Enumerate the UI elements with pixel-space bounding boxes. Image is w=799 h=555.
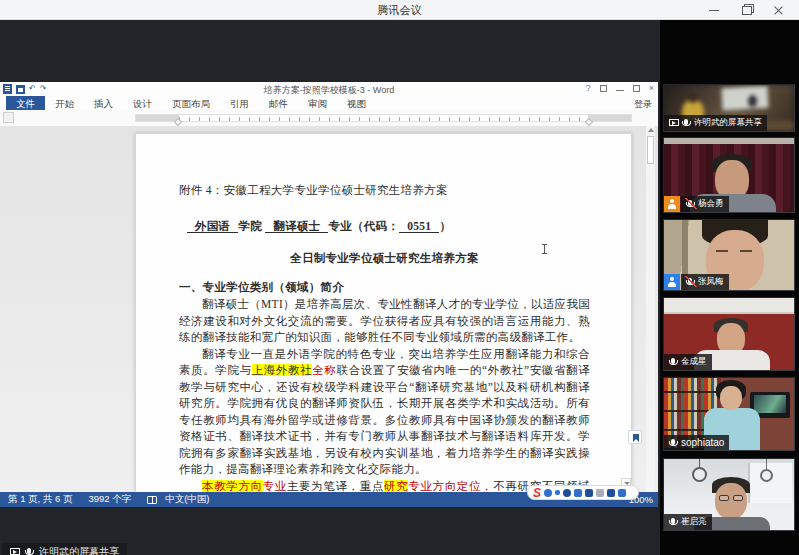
voice-input-icon[interactable] bbox=[574, 489, 582, 497]
participant-label: 许明武的屏幕共享 bbox=[664, 115, 767, 131]
tab-mailings[interactable]: 邮件 bbox=[259, 96, 298, 110]
proofing-icon[interactable] bbox=[147, 496, 157, 504]
word-minimize-icon[interactable] bbox=[616, 90, 624, 91]
video-tile-cui-qiliang[interactable]: 崔启亮 bbox=[663, 458, 795, 531]
red-comment-text: 全称 bbox=[312, 364, 336, 376]
video-tile-xu-mingwu[interactable]: 许明武的屏幕共享 bbox=[663, 84, 795, 132]
tab-references[interactable]: 引用 bbox=[220, 96, 259, 110]
chinese-english-toggle-icon[interactable] bbox=[544, 489, 552, 497]
person-icon bbox=[667, 277, 677, 287]
word-window: ↶ ↷ 培养方案-按照学校模板-3 - Word ? × 文件 开始 插入 设计… bbox=[0, 82, 658, 507]
college-major-line: 外国语学院 翻译硕士专业（代码：0551） bbox=[179, 218, 590, 235]
mic-icon bbox=[671, 518, 675, 524]
word-count[interactable]: 3992 个字 bbox=[80, 493, 139, 506]
tab-selector-icon[interactable] bbox=[3, 112, 14, 123]
mic-icon bbox=[671, 358, 675, 364]
sogou-logo-icon[interactable]: S bbox=[533, 487, 541, 499]
college-name: 外国语 bbox=[187, 220, 238, 233]
ruler-left-margin bbox=[136, 115, 179, 121]
section-heading: 一、专业学位类别（领域）简介 bbox=[179, 279, 590, 296]
language-indicator[interactable]: 中文(中国) bbox=[157, 493, 217, 506]
video-tile-jin-chengxing[interactable]: 金成星 bbox=[663, 297, 795, 371]
punctuation-icon[interactable] bbox=[555, 490, 560, 495]
tab-home[interactable]: 开始 bbox=[45, 96, 84, 110]
document-page[interactable]: 附件 4：安徽工程大学专业学位硕士研究生培养方案 外国语学院 翻译硕士专业（代码… bbox=[135, 133, 632, 492]
person-icon bbox=[667, 199, 677, 209]
paragraph-1: 翻译硕士（MTI）是培养高层次、专业性翻译人才的专业学位，以适应我国经济建设和对… bbox=[179, 296, 590, 346]
ruler[interactable] bbox=[0, 110, 658, 126]
scrollbar-thumb[interactable] bbox=[647, 136, 654, 164]
emoji-icon[interactable] bbox=[563, 489, 571, 497]
help-icon[interactable]: ? bbox=[586, 83, 591, 93]
meeting-titlebar: 腾讯会议 bbox=[0, 0, 799, 20]
meeting-title: 腾讯会议 bbox=[0, 3, 799, 18]
document-area: 附件 4：安徽工程大学专业学位硕士研究生培养方案 外国语学院 翻译硕士专业（代码… bbox=[0, 126, 658, 492]
ribbon-options-icon[interactable] bbox=[600, 85, 607, 92]
participants-sidebar: 许明武的屏幕共享 杨会勇 张凤梅 bbox=[660, 20, 799, 555]
video-tile-sophiatao[interactable]: sophiatao bbox=[663, 377, 795, 451]
close-icon[interactable] bbox=[767, 4, 789, 16]
major-code: 0551 bbox=[399, 220, 439, 233]
word-window-controls: ? × bbox=[586, 83, 654, 93]
paragraph-2: 翻译专业一直是外语学院的特色专业，突出培养学生应用翻译能力和综合素质。学院与上海… bbox=[179, 346, 590, 478]
video-tile-zhang-fengmei[interactable]: 张凤梅 bbox=[663, 219, 795, 291]
toolbox-icon[interactable] bbox=[607, 489, 615, 497]
word-titlebar: ↶ ↷ 培养方案-按照学校模板-3 - Word ? × bbox=[0, 82, 658, 96]
mic-icon bbox=[684, 119, 688, 125]
tab-page-layout[interactable]: 页面布局 bbox=[162, 96, 220, 110]
video-tile-yang-huiyong[interactable]: 杨会勇 bbox=[663, 137, 795, 213]
tab-design[interactable]: 设计 bbox=[123, 96, 162, 110]
screen-share-stage: ↶ ↷ 培养方案-按照学校模板-3 - Word ? × 文件 开始 插入 设计… bbox=[0, 20, 660, 555]
ribbon-tab-bar: 文件 开始 插入 设计 页面布局 引用 邮件 审阅 视图 登录 bbox=[0, 96, 658, 110]
mic-icon bbox=[27, 548, 31, 554]
hand-raised-badge bbox=[664, 196, 680, 212]
participant-label: 金成星 bbox=[664, 354, 712, 370]
comment-bookmark-icon[interactable] bbox=[628, 430, 642, 444]
tab-review[interactable]: 审阅 bbox=[298, 96, 337, 110]
participant-label: 杨会勇 bbox=[681, 196, 729, 212]
participant-label: 崔启亮 bbox=[664, 514, 712, 530]
major-name: 翻译硕士 bbox=[265, 220, 328, 233]
highlighted-text: 上海外教社 bbox=[252, 364, 313, 376]
tab-insert[interactable]: 插入 bbox=[84, 96, 123, 110]
tab-view[interactable]: 视图 bbox=[337, 96, 376, 110]
tab-file[interactable]: 文件 bbox=[6, 96, 45, 110]
presenter-share-label: 许明武的屏幕共享 bbox=[2, 543, 127, 555]
keyboard-icon[interactable] bbox=[585, 489, 593, 497]
word-restore-icon[interactable] bbox=[633, 85, 640, 92]
ruler-ticks bbox=[179, 117, 590, 121]
vertical-scrollbar[interactable] bbox=[646, 126, 655, 492]
grid-icon[interactable] bbox=[618, 489, 626, 497]
scroll-up-icon[interactable] bbox=[648, 128, 654, 132]
ruler-right-margin bbox=[588, 115, 631, 121]
skin-icon[interactable] bbox=[596, 489, 604, 497]
minimize-icon[interactable] bbox=[703, 4, 725, 16]
participant-label: sophiatao bbox=[664, 435, 729, 450]
mic-icon bbox=[671, 439, 675, 445]
ime-toolbar: S bbox=[527, 485, 639, 500]
text-cursor-icon bbox=[544, 244, 545, 254]
maximize-icon[interactable] bbox=[735, 4, 757, 16]
muted-mic-icon bbox=[688, 278, 692, 284]
muted-mic-icon bbox=[688, 200, 692, 206]
page-indicator[interactable]: 第 1 页, 共 6 页 bbox=[0, 493, 80, 506]
document-heading: 全日制专业学位硕士研究生培养方案 bbox=[179, 250, 590, 267]
screen-share-icon bbox=[669, 119, 679, 126]
attachment-line: 附件 4：安徽工程大学专业学位硕士研究生培养方案 bbox=[179, 182, 590, 199]
screen-share-icon bbox=[10, 548, 20, 555]
participant-label: 张凤梅 bbox=[681, 274, 729, 290]
word-close-icon[interactable]: × bbox=[649, 83, 654, 93]
hand-raised-badge bbox=[664, 274, 680, 290]
